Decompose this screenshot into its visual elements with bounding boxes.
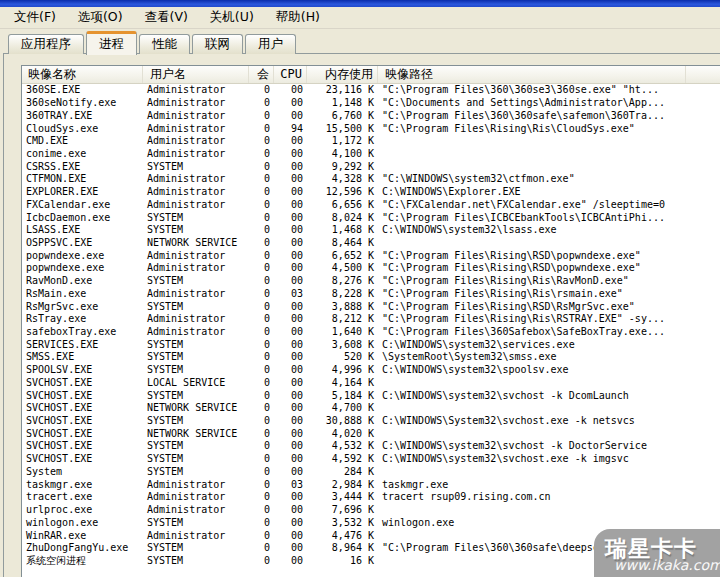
process-row[interactable]: SVCHOST.EXE NETWORK SERVICE 0 00 4,700 K xyxy=(22,402,720,415)
process-row[interactable]: 360SE.EXE Administrator 0 00 23,116 K "C… xyxy=(22,84,720,97)
tab-processes[interactable]: 进程 xyxy=(86,31,137,55)
cell-cpu: 00 xyxy=(274,237,307,249)
cell-mem-usage: 6,652 K xyxy=(307,250,378,262)
cell-user-name: NETWORK SERVICE xyxy=(143,402,249,414)
cell-session-id: 0 xyxy=(249,161,274,173)
cell-cpu: 00 xyxy=(274,84,307,96)
cell-image-name: popwndexe.exe xyxy=(22,250,143,262)
process-row[interactable]: System SYSTEM 0 00 284 K xyxy=(22,466,720,479)
cell-session-id: 0 xyxy=(249,110,274,122)
cell-cpu: 00 xyxy=(274,339,307,351)
process-row[interactable]: FXCalendar.exe Administrator 0 00 6,656 … xyxy=(22,198,720,211)
column-header-session-id[interactable]: 会 xyxy=(249,66,274,83)
cell-user-name: Administrator xyxy=(143,262,249,274)
cell-mem-usage: 3,532 K xyxy=(307,517,378,529)
cell-mem-usage: 520 K xyxy=(307,351,378,363)
menu-view[interactable]: 查看(V) xyxy=(134,7,199,29)
cell-mem-usage: 3,608 K xyxy=(307,339,378,351)
process-row[interactable]: OSPPSVC.EXE NETWORK SERVICE 0 00 8,464 K xyxy=(22,237,720,250)
process-row[interactable]: RsMgrSvc.exe SYSTEM 0 00 3,888 K "C:\Pro… xyxy=(22,300,720,313)
cell-mem-usage: 4,476 K xyxy=(307,530,378,542)
cell-mem-usage: 8,212 K xyxy=(307,313,378,325)
cell-session-id: 0 xyxy=(249,186,274,198)
process-row[interactable]: tracert.exe Administrator 0 00 3,444 K t… xyxy=(22,491,720,504)
cell-user-name: SYSTEM xyxy=(143,466,249,478)
cell-user-name: Administrator xyxy=(143,84,249,96)
cell-session-id: 0 xyxy=(249,415,274,427)
process-row[interactable]: popwndexe.exe Administrator 0 00 6,652 K… xyxy=(22,249,720,262)
cell-cpu: 00 xyxy=(274,517,307,529)
process-row[interactable]: winlogon.exe SYSTEM 0 00 3,532 K winlogo… xyxy=(22,516,720,529)
cell-image-name: SVCHOST.EXE xyxy=(22,377,143,389)
cell-image-path: C:\WINDOWS\system32\spoolsv.exe xyxy=(378,364,686,376)
cell-cpu: 00 xyxy=(274,364,307,376)
cell-image-path: C:\WINDOWS\system32\lsass.exe xyxy=(378,224,686,236)
column-header-cpu[interactable]: CPU xyxy=(274,66,307,83)
cell-image-path: "C:\Program Files\Rising\Ris\rsmain.exe" xyxy=(378,288,686,300)
menu-bar: 文件(F) 选项(O) 查看(V) 关机(U) 帮助(H) xyxy=(0,7,720,29)
cell-session-id: 0 xyxy=(249,275,274,287)
tab-performance[interactable]: 性能 xyxy=(139,34,190,54)
column-header-image-name[interactable]: 映像名称 xyxy=(22,66,143,83)
cell-image-path: "C:\Program Files\Rising\RSD\popwndexe.e… xyxy=(378,250,686,262)
process-row[interactable]: SERVICES.EXE SYSTEM 0 00 3,608 K C:\WIND… xyxy=(22,338,720,351)
process-row[interactable]: RsTray.exe Administrator 0 00 8,212 K "C… xyxy=(22,313,720,326)
cell-image-name: 360SE.EXE xyxy=(22,84,143,96)
cell-cpu: 00 xyxy=(274,97,307,109)
menu-shutdown[interactable]: 关机(U) xyxy=(199,7,265,29)
cell-mem-usage: 9,292 K xyxy=(307,161,378,173)
cell-image-name: SVCHOST.EXE xyxy=(22,390,143,402)
process-row[interactable]: SVCHOST.EXE SYSTEM 0 00 5,184 K C:\WINDO… xyxy=(22,389,720,402)
process-row[interactable]: IcbcDaemon.exe SYSTEM 0 00 8,024 K "C:\P… xyxy=(22,211,720,224)
cell-session-id: 0 xyxy=(249,530,274,542)
cell-session-id: 0 xyxy=(249,390,274,402)
process-row[interactable]: CTFMON.EXE Administrator 0 00 4,328 K "C… xyxy=(22,173,720,186)
process-row[interactable]: urlproc.exe Administrator 0 00 7,696 K xyxy=(22,504,720,517)
column-header-user-name[interactable]: 用户名 xyxy=(143,66,249,83)
cell-cpu: 94 xyxy=(274,123,307,135)
process-row[interactable]: conime.exe Administrator 0 00 4,100 K xyxy=(22,148,720,161)
cell-cpu: 00 xyxy=(274,530,307,542)
process-row[interactable]: CloudSys.exe Administrator 0 94 15,500 K… xyxy=(22,122,720,135)
cell-image-path: taskmgr.exe xyxy=(378,479,686,491)
menu-file[interactable]: 文件(F) xyxy=(3,7,67,29)
column-header-image-path[interactable]: 映像路径 xyxy=(378,66,686,83)
process-row[interactable]: CSRSS.EXE SYSTEM 0 00 9,292 K xyxy=(22,160,720,173)
process-row[interactable]: popwndexe.exe Administrator 0 00 4,500 K… xyxy=(22,262,720,275)
process-row[interactable]: RsMain.exe Administrator 0 03 8,228 K "C… xyxy=(22,288,720,301)
menu-options[interactable]: 选项(O) xyxy=(67,7,134,29)
menu-help[interactable]: 帮助(H) xyxy=(265,7,331,29)
process-row[interactable]: 360TRAY.EXE Administrator 0 00 6,760 K "… xyxy=(22,109,720,122)
cell-user-name: SYSTEM xyxy=(143,364,249,376)
cell-cpu: 00 xyxy=(274,466,307,478)
cell-cpu: 00 xyxy=(274,402,307,414)
cell-image-name: winlogon.exe xyxy=(22,517,143,529)
cell-session-id: 0 xyxy=(249,237,274,249)
column-header-mem-usage[interactable]: 内存使用 xyxy=(307,66,378,83)
process-row[interactable]: RavMonD.exe SYSTEM 0 00 8,276 K "C:\Prog… xyxy=(22,275,720,288)
process-row[interactable]: LSASS.EXE SYSTEM 0 00 1,468 K C:\WINDOWS… xyxy=(22,224,720,237)
tab-applications[interactable]: 应用程序 xyxy=(8,34,84,54)
process-row[interactable]: SVCHOST.EXE NETWORK SERVICE 0 00 4,020 K xyxy=(22,427,720,440)
process-row[interactable]: SVCHOST.EXE LOCAL SERVICE 0 00 4,164 K xyxy=(22,377,720,390)
process-rows: 360SE.EXE Administrator 0 00 23,116 K "C… xyxy=(22,84,720,567)
process-row[interactable]: taskmgr.exe Administrator 0 03 2,984 K t… xyxy=(22,478,720,491)
cell-mem-usage: 4,100 K xyxy=(307,148,378,160)
process-row[interactable]: safeboxTray.exe Administrator 0 00 1,640… xyxy=(22,326,720,339)
process-row[interactable]: SVCHOST.EXE SYSTEM 0 00 4,592 K C:\WINDO… xyxy=(22,453,720,466)
tab-users[interactable]: 用户 xyxy=(245,34,296,54)
cell-mem-usage: 1,468 K xyxy=(307,224,378,236)
process-row[interactable]: 360seNotify.exe Administrator 0 00 1,148… xyxy=(22,97,720,110)
process-row[interactable]: SPOOLSV.EXE SYSTEM 0 00 4,996 K C:\WINDO… xyxy=(22,364,720,377)
cell-session-id: 0 xyxy=(249,339,274,351)
process-row[interactable]: SVCHOST.EXE SYSTEM 0 00 30,888 K C:\WIND… xyxy=(22,415,720,428)
process-row[interactable]: EXPLORER.EXE Administrator 0 00 12,596 K… xyxy=(22,186,720,199)
cell-image-path: C:\WINDOWS\Explorer.EXE xyxy=(378,186,686,198)
tab-networking[interactable]: 联网 xyxy=(192,34,243,54)
process-row[interactable]: CMD.EXE Administrator 0 00 1,172 K xyxy=(22,135,720,148)
cell-image-path: "C:\Program Files\360\360safe\safemon\36… xyxy=(378,110,686,122)
cell-mem-usage: 3,888 K xyxy=(307,301,378,313)
process-row[interactable]: SMSS.EXE SYSTEM 0 00 520 K \SystemRoot\S… xyxy=(22,351,720,364)
process-row[interactable]: SVCHOST.EXE SYSTEM 0 00 4,532 K C:\WINDO… xyxy=(22,440,720,453)
processes-tab-page: 映像名称 用户名 会 CPU 内存使用 映像路径 360SE.EXE Admin… xyxy=(3,53,720,577)
